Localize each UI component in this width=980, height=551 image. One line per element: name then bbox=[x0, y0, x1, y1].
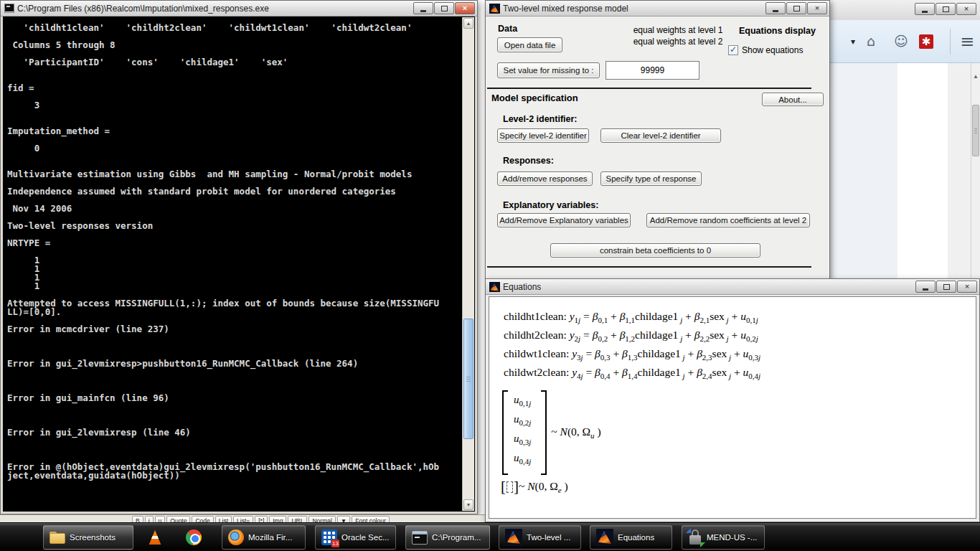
editor-toolbar-button[interactable]: u bbox=[155, 516, 166, 522]
console-line: Error in gui_2levmixresp>pushbutton16_Ru… bbox=[7, 359, 458, 368]
missing-value-input[interactable] bbox=[606, 61, 699, 80]
section-divider bbox=[487, 88, 811, 89]
browser-close-button[interactable]: × bbox=[956, 3, 976, 15]
console-line bbox=[7, 67, 458, 75]
set-missing-value-button[interactable]: Set value for missing to : bbox=[497, 62, 600, 78]
console-line: 3 bbox=[7, 101, 458, 110]
u-vector-entry: u0,1j bbox=[514, 394, 531, 413]
browser-titlebar[interactable]: × bbox=[824, 0, 980, 20]
console-line: ject,eventdata,guidata(hObject)) bbox=[7, 471, 458, 480]
show-equations-label: Show equations bbox=[742, 45, 803, 55]
console-line bbox=[7, 368, 458, 377]
show-equations-checkbox[interactable] bbox=[728, 45, 738, 55]
editor-toolbar-button[interactable]: Img bbox=[269, 516, 286, 522]
editor-toolbar-button[interactable]: Code bbox=[192, 516, 213, 522]
equation-line: childwt2clean: y4j = β0,4 + β1,4childage… bbox=[504, 366, 760, 385]
editor-toolbar-button[interactable]: Normal bbox=[308, 516, 335, 522]
taskbar-item-chrome[interactable] bbox=[179, 527, 208, 548]
console-close-button[interactable]: × bbox=[455, 2, 475, 14]
dropdown-arrow-icon[interactable]: ▾ bbox=[851, 37, 855, 46]
console-scroll-up-button[interactable]: ▲ bbox=[463, 18, 473, 29]
console-line: Columns 5 through 8 bbox=[7, 41, 458, 50]
console-line: NRTYPE = bbox=[7, 239, 458, 248]
console-line: Error in gui_2levmixresp (line 46) bbox=[7, 428, 458, 437]
add-remove-responses-button[interactable]: Add/remove responses bbox=[497, 171, 593, 186]
firefox-icon bbox=[228, 529, 244, 545]
editor-toolbar-button[interactable]: B bbox=[132, 516, 143, 522]
editor-toolbar-button[interactable]: List= bbox=[233, 516, 253, 522]
editor-toolbar-strip: BiuQuoteCodeListList=[*]ImgURLNormal▼Fon… bbox=[0, 514, 485, 522]
left-bracket bbox=[502, 390, 508, 475]
editor-toolbar-button[interactable]: i bbox=[145, 516, 154, 522]
data-section-heading: Data bbox=[498, 24, 517, 34]
chat-icon[interactable]: ☺ bbox=[894, 34, 908, 48]
equations-titlebar[interactable]: Equations bbox=[486, 279, 979, 295]
menu-icon[interactable]: ≡ bbox=[960, 33, 974, 50]
specify-level2-button[interactable]: Specify level-2 identifier bbox=[497, 128, 589, 143]
notification-badge: 13 bbox=[331, 540, 339, 547]
console-line: Attempted to access MISSINGFULL(1,:); in… bbox=[7, 299, 458, 308]
console-line bbox=[7, 377, 458, 385]
console-minimize-button[interactable] bbox=[413, 2, 433, 14]
editor-toolbar-button[interactable]: List bbox=[215, 516, 232, 522]
add-random-coefficients-button[interactable]: Add/Remove random coefficients at level … bbox=[646, 213, 810, 227]
console-line: LL)=[0,0]. bbox=[7, 308, 458, 316]
console-icon bbox=[412, 531, 428, 545]
e-distribution-equation: [ ] ~ N(0, Ωe ) bbox=[501, 478, 568, 496]
console-line bbox=[7, 342, 458, 351]
model-maximize-button[interactable] bbox=[786, 2, 806, 14]
add-explanatory-variables-button[interactable]: Add/Remove Explanatory variables bbox=[497, 213, 631, 227]
console-titlebar[interactable]: C:\Program Files (x86)\Realcom\Imputatio… bbox=[1, 1, 477, 17]
taskbar-item-equations[interactable]: Equations bbox=[590, 525, 672, 550]
taskbar-item-firefox[interactable]: Mozilla Fir... bbox=[222, 525, 306, 550]
equations-close-button[interactable]: × bbox=[957, 281, 977, 293]
console-output: 'childht1clean' 'childht2clean' 'childwt… bbox=[7, 24, 458, 480]
browser-maximize-button[interactable] bbox=[936, 3, 956, 15]
browser-minimize-button[interactable] bbox=[915, 3, 935, 15]
editor-toolbar-button[interactable]: Quote bbox=[166, 516, 190, 522]
equations-minimize-button[interactable] bbox=[915, 281, 936, 293]
console-scrollbar-thumb[interactable] bbox=[463, 319, 473, 439]
lastpass-icon[interactable]: ✱ bbox=[919, 34, 933, 49]
folder-icon bbox=[50, 532, 65, 544]
equations-restore-button[interactable] bbox=[936, 281, 956, 293]
equation-line: childwt1clean: y3j = β0,3 + β1,3childage… bbox=[504, 347, 760, 366]
browser-scrollbar-thumb[interactable] bbox=[972, 105, 979, 156]
console-line bbox=[7, 402, 458, 411]
clear-level2-button[interactable]: Clear level-2 identifier bbox=[600, 128, 721, 143]
console-line: 'ParticipantID' 'cons' 'childage1' 'sex' bbox=[7, 58, 458, 67]
equations-canvas: childht1clean: y1j = β0,1 + β1,1childage… bbox=[489, 296, 976, 519]
taskbar-item-mend-us[interactable]: MEND-US -... bbox=[682, 525, 765, 550]
model-minimize-button[interactable] bbox=[765, 2, 786, 14]
model-close-button[interactable]: × bbox=[807, 2, 827, 14]
console-line: 1 bbox=[7, 256, 458, 265]
editor-toolbar-button[interactable]: Font colour bbox=[352, 516, 390, 522]
model-window-title: Two-level mixed response model bbox=[503, 4, 628, 14]
about-button[interactable]: About... bbox=[762, 93, 824, 106]
taskbar-item-vlc[interactable] bbox=[141, 527, 169, 548]
console-restore-button[interactable] bbox=[434, 2, 454, 14]
taskbar-item-console[interactable]: C:\Program... bbox=[405, 525, 490, 550]
constrain-beta-button[interactable]: constrain beta coefficients to 0 bbox=[550, 243, 760, 258]
browser-toolbar: ▾ ⌂ ☺ ✱ ≡ bbox=[824, 20, 980, 63]
taskbar-item-two-level[interactable]: Two-level ... bbox=[499, 525, 581, 550]
home-icon[interactable]: ⌂ bbox=[867, 34, 875, 48]
console-line: 0 bbox=[7, 144, 458, 153]
console-app-icon bbox=[4, 4, 14, 13]
console-scrollbar[interactable]: ▲ ▼ bbox=[462, 17, 474, 511]
scroll-up-icon[interactable]: ▲ bbox=[971, 73, 980, 80]
editor-toolbar-button[interactable]: [*] bbox=[255, 516, 268, 522]
editor-toolbar-button[interactable]: ▼ bbox=[337, 516, 350, 522]
editor-toolbar-button[interactable]: URL bbox=[288, 516, 307, 522]
equation-list: childht1clean: y1j = β0,1 + β1,1childage… bbox=[504, 310, 760, 385]
specify-response-type-button[interactable]: Specify type of response bbox=[600, 171, 702, 186]
console-line: Multivariate estimation using Gibbs and … bbox=[7, 170, 458, 179]
toolbar-divider bbox=[950, 29, 951, 55]
taskbar-item-screenshots[interactable]: Screenshots bbox=[43, 525, 133, 550]
console-scroll-down-button[interactable]: ▼ bbox=[463, 499, 473, 510]
taskbar-item-oracle[interactable]: 13 Oracle Sec... bbox=[315, 525, 396, 550]
console-line: Error in gui_mainfcn (line 96) bbox=[7, 394, 458, 402]
console-client-area[interactable]: 'childht1clean' 'childht2clean' 'childwt… bbox=[3, 17, 475, 512]
open-data-file-button[interactable]: Open data file bbox=[497, 37, 562, 52]
console-line bbox=[7, 196, 458, 204]
